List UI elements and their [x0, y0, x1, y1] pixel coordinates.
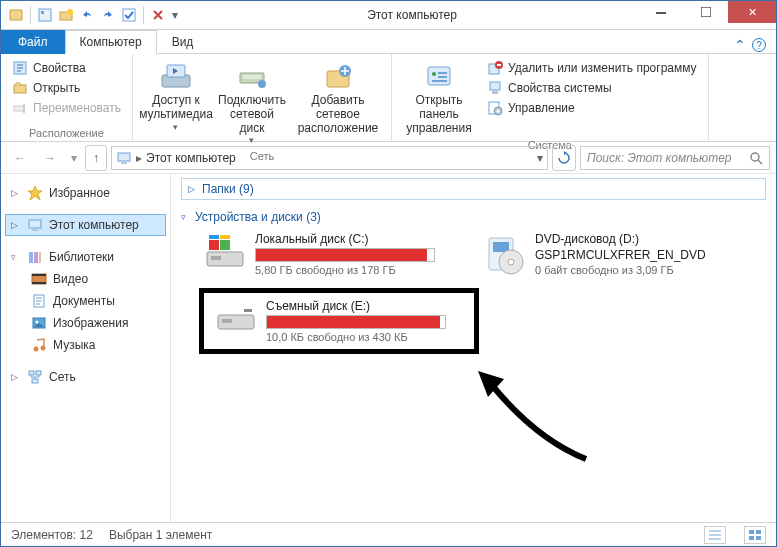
svg-rect-46 — [32, 282, 46, 284]
qat-app-icon[interactable] — [7, 6, 25, 24]
status-item-count: Элементов: 12 — [11, 528, 93, 542]
svg-rect-70 — [749, 530, 754, 534]
svg-rect-39 — [29, 220, 41, 228]
svg-rect-5 — [123, 9, 135, 21]
nav-up-button[interactable]: ↑ — [85, 145, 107, 171]
media-access-button[interactable]: Доступ к мультимедиа▾ — [141, 58, 211, 134]
video-icon — [31, 271, 47, 287]
network-icon — [27, 369, 43, 385]
drive-e[interactable]: Съемный диск (E:) 10,0 КБ свободно из 43… — [199, 288, 479, 354]
window-title: Этот компьютер — [186, 8, 638, 22]
refresh-button[interactable] — [552, 145, 576, 171]
qat-delete-icon[interactable] — [149, 6, 167, 24]
svg-rect-72 — [749, 536, 754, 540]
view-icons-button[interactable] — [744, 526, 766, 544]
sidebar-pictures[interactable]: Изображения — [5, 312, 166, 334]
svg-marker-38 — [28, 186, 42, 200]
svg-point-17 — [258, 80, 266, 88]
close-button[interactable] — [728, 1, 776, 23]
svg-rect-71 — [756, 530, 761, 534]
svg-rect-54 — [36, 371, 41, 375]
control-panel-button[interactable]: Открыть панель управления — [400, 58, 478, 137]
qat-undo-icon[interactable] — [78, 6, 96, 24]
breadcrumb[interactable]: ▸ Этот компьютер ▾ — [111, 146, 548, 170]
svg-rect-23 — [438, 76, 447, 78]
music-icon — [31, 337, 47, 353]
add-network-location-button[interactable]: Добавить сетевое расположение — [293, 58, 383, 137]
svg-point-36 — [751, 153, 759, 161]
ribbon: Свойства Открыть Переименовать Расположе… — [1, 54, 776, 142]
capacity-bar-e — [266, 315, 446, 329]
svg-rect-73 — [756, 536, 761, 540]
maximize-button[interactable] — [683, 1, 728, 23]
search-icon — [749, 151, 763, 165]
qat-check-icon[interactable] — [120, 6, 138, 24]
svg-rect-57 — [211, 256, 221, 260]
ribbon-collapse-icon[interactable]: ⌃ — [734, 37, 746, 53]
sidebar-documents[interactable]: Документы — [5, 290, 166, 312]
search-input[interactable]: Поиск: Этот компьютер — [580, 146, 770, 170]
ribbon-group-system: Открыть панель управления Удалить или из… — [392, 54, 709, 141]
content-pane: ▷Папки (9) ▿Устройства и диски (3) Локал… — [171, 174, 776, 522]
address-bar: ← → ▾ ↑ ▸ Этот компьютер ▾ Поиск: Этот к… — [1, 142, 776, 174]
manage-button[interactable]: Управление — [484, 98, 700, 118]
system-properties-button[interactable]: Свойства системы — [484, 78, 700, 98]
section-devices[interactable]: ▿Устройства и диски (3) — [181, 206, 766, 228]
map-drive-button[interactable]: Подключить сетевой диск▾ — [217, 58, 287, 148]
ribbon-group-network: Доступ к мультимедиа▾ Подключить сетевой… — [133, 54, 392, 141]
svg-point-52 — [41, 346, 46, 351]
svg-rect-6 — [656, 12, 666, 14]
sidebar-this-pc[interactable]: ▷Этот компьютер — [5, 214, 166, 236]
star-icon — [27, 185, 43, 201]
nav-history-dropdown[interactable]: ▾ — [67, 145, 81, 171]
drive-d[interactable]: DVD-дисковод (D:) GSP1RMCULXFRER_EN_DVD … — [479, 228, 739, 280]
breadcrumb-item[interactable]: Этот компьютер — [146, 151, 236, 165]
qat-new-folder-icon[interactable] — [57, 6, 75, 24]
svg-rect-7 — [701, 7, 711, 17]
nav-back-button[interactable]: ← — [7, 145, 33, 171]
svg-rect-45 — [32, 274, 46, 276]
svg-rect-9 — [14, 85, 26, 93]
sidebar-network[interactable]: ▷Сеть — [5, 366, 166, 388]
svg-rect-59 — [220, 240, 230, 250]
section-folders[interactable]: ▷Папки (9) — [181, 178, 766, 200]
help-icon[interactable]: ? — [752, 38, 766, 52]
body: ▷Избранное ▷Этот компьютер ▿Библиотеки В… — [1, 174, 776, 522]
pictures-icon — [31, 315, 47, 331]
qat-properties-icon[interactable] — [36, 6, 54, 24]
quick-access-toolbar: ▾ — [1, 1, 186, 29]
qat-redo-icon[interactable] — [99, 6, 117, 24]
sidebar-favorites[interactable]: ▷Избранное — [5, 182, 166, 204]
svg-point-32 — [496, 110, 499, 113]
svg-rect-0 — [10, 10, 22, 20]
svg-rect-60 — [209, 235, 219, 239]
svg-point-65 — [508, 259, 514, 265]
ribbon-tabs: Файл Компьютер Вид ⌃ ? — [1, 30, 776, 54]
search-placeholder: Поиск: Этот компьютер — [587, 151, 749, 165]
capacity-bar-c — [255, 248, 435, 262]
titlebar: ▾ Этот компьютер — [1, 1, 776, 30]
svg-rect-58 — [209, 240, 219, 250]
properties-button[interactable]: Свойства — [9, 58, 109, 78]
document-icon — [31, 293, 47, 309]
minimize-button[interactable] — [638, 1, 683, 23]
svg-rect-28 — [490, 82, 500, 90]
svg-rect-27 — [497, 64, 501, 66]
sidebar-video[interactable]: Видео — [5, 268, 166, 290]
annotation-arrow — [476, 369, 596, 469]
svg-rect-33 — [118, 153, 130, 161]
open-button[interactable]: Открыть — [9, 78, 109, 98]
tab-file[interactable]: Файл — [1, 30, 65, 54]
sidebar-libraries[interactable]: ▿Библиотеки — [5, 246, 166, 268]
computer-icon — [116, 150, 132, 166]
drive-c[interactable]: Локальный диск (C:) 5,80 ГБ свободно из … — [199, 228, 459, 280]
hdd-icon — [203, 232, 247, 276]
tab-computer[interactable]: Компьютер — [65, 30, 157, 54]
view-details-button[interactable] — [704, 526, 726, 544]
svg-rect-53 — [29, 371, 34, 375]
svg-rect-40 — [32, 229, 38, 231]
uninstall-button[interactable]: Удалить или изменить программу — [484, 58, 700, 78]
qat-dropdown-icon[interactable]: ▾ — [170, 6, 180, 24]
sidebar-music[interactable]: Музыка — [5, 334, 166, 356]
tab-view[interactable]: Вид — [157, 30, 209, 54]
